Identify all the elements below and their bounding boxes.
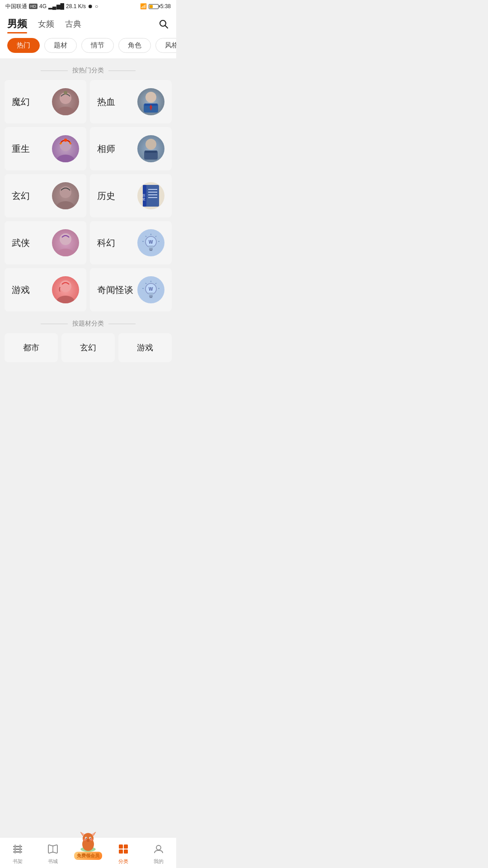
- avatar-kehuan: W: [137, 229, 164, 256]
- category-mohuan[interactable]: 魔幻: [5, 80, 86, 123]
- header-tabs: 男频 女频 古典: [7, 17, 169, 33]
- subject-city[interactable]: 都市: [5, 333, 58, 362]
- filter-style[interactable]: 风格: [155, 38, 176, 53]
- filter-role[interactable]: 角色: [118, 38, 151, 53]
- category-qiwentan[interactable]: 奇闻怪谈 W: [90, 268, 172, 311]
- avatar-youxi: [52, 276, 79, 303]
- tab-male[interactable]: 男频: [7, 17, 27, 33]
- status-bar: 中国联通 HD 4G ▂▄▆█ 28.1 K/s ⏺ ○ 📶 5:38: [0, 0, 176, 13]
- filter-plot[interactable]: 情节: [81, 38, 114, 53]
- sync-icon: ○: [95, 3, 98, 9]
- svg-point-18: [56, 201, 75, 209]
- category-lishi[interactable]: 历史 历 史: [90, 174, 172, 217]
- subject-grid: 都市 玄幻 游戏: [0, 333, 176, 371]
- category-chongsheng[interactable]: 重生: [5, 127, 86, 170]
- tab-classic[interactable]: 古典: [65, 19, 81, 32]
- svg-line-33: [155, 236, 156, 237]
- svg-text:历: 历: [142, 194, 145, 197]
- record-icon: ⏺: [88, 3, 93, 9]
- svg-rect-16: [145, 151, 157, 153]
- avatar-lishi: 历 史: [137, 182, 164, 209]
- speed-label: 28.1 K/s: [66, 3, 86, 9]
- svg-text:史: 史: [142, 198, 145, 201]
- status-right: 📶 5:38: [140, 3, 171, 9]
- category-xiangshi[interactable]: 相师: [90, 127, 172, 170]
- hot-category-grid: 魔幻 热血: [0, 80, 176, 311]
- svg-point-12: [60, 142, 62, 144]
- svg-point-3: [56, 107, 75, 115]
- avatar-qiwentan: W: [137, 276, 164, 303]
- category-kehuan[interactable]: 科幻 W: [90, 221, 172, 264]
- svg-point-27: [60, 233, 71, 245]
- avatar-xuanhuan: [52, 182, 79, 209]
- svg-point-39: [56, 296, 75, 303]
- svg-point-14: [145, 139, 156, 150]
- svg-point-10: [56, 155, 75, 162]
- avatar-mohuan: [52, 88, 79, 115]
- avatar-rexue: [137, 88, 164, 115]
- signal-icon: ▂▄▆█: [48, 3, 64, 9]
- avatar-wuxia: [52, 229, 79, 256]
- svg-point-28: [56, 249, 75, 256]
- hd-badge: HD: [29, 4, 38, 9]
- subject-section-title: 按题材分类: [0, 311, 176, 333]
- svg-point-11: [64, 139, 67, 142]
- status-left: 中国联通 HD 4G ▂▄▆█ 28.1 K/s ⏺ ○: [5, 3, 98, 10]
- svg-point-38: [60, 280, 71, 292]
- time-label: 5:38: [160, 3, 171, 9]
- header: 男频 女频 古典: [0, 13, 176, 33]
- carrier-label: 中国联通: [5, 3, 27, 10]
- svg-point-4: [64, 91, 67, 94]
- tab-female[interactable]: 女频: [38, 19, 54, 32]
- filter-hot[interactable]: 热门: [7, 38, 40, 53]
- subject-game[interactable]: 游戏: [118, 333, 172, 362]
- hot-section-title: 按热门分类: [0, 58, 176, 80]
- signal-bars-icon: 📶: [140, 3, 147, 9]
- subject-fantasy[interactable]: 玄幻: [61, 333, 115, 362]
- category-rexue[interactable]: 热血: [90, 80, 172, 123]
- search-button[interactable]: [158, 19, 169, 32]
- svg-point-13: [69, 142, 71, 144]
- svg-text:W: W: [149, 240, 153, 245]
- filter-bar: 热门 题材 情节 角色 风格: [0, 33, 176, 58]
- svg-line-46: [145, 283, 146, 284]
- avatar-chongsheng: [52, 135, 79, 162]
- svg-line-44: [155, 283, 156, 284]
- filter-subject[interactable]: 题材: [44, 38, 77, 53]
- main-content: 按热门分类 魔幻 热血: [0, 58, 176, 407]
- svg-line-35: [145, 236, 146, 237]
- network-label: 4G: [39, 3, 47, 9]
- svg-text:W: W: [149, 287, 153, 292]
- avatar-xiangshi: [137, 135, 164, 162]
- category-xuanhuan[interactable]: 玄幻: [5, 174, 86, 217]
- battery-icon: [149, 4, 159, 9]
- svg-line-1: [165, 26, 168, 28]
- category-youxi[interactable]: 游戏: [5, 268, 86, 311]
- svg-point-5: [145, 92, 156, 103]
- category-wuxia[interactable]: 武侠: [5, 221, 86, 264]
